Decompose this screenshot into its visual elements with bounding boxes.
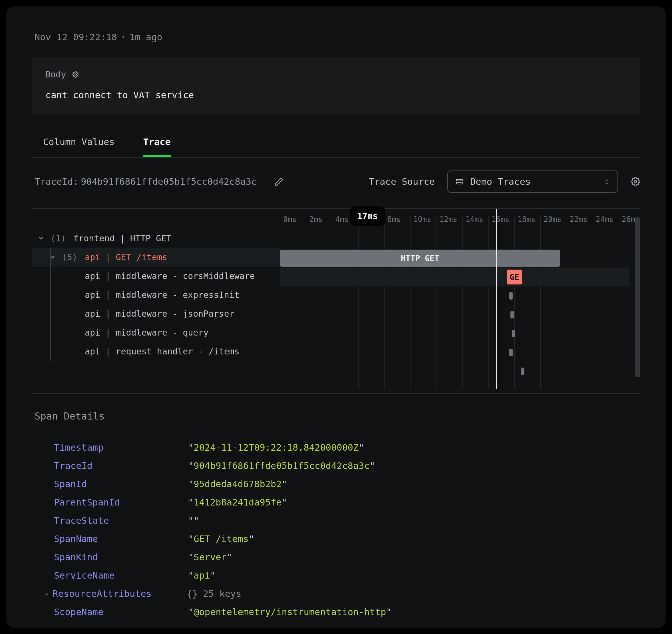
detail-row: Timestamp"2024-11-12T09:22:18.842000000Z… — [54, 438, 652, 457]
detail-row: TraceId"904b91f6861ffde05b1f5cc0d42c8a3c… — [54, 457, 652, 475]
span-bar[interactable]: GE — [507, 269, 522, 284]
span-bar[interactable] — [521, 368, 524, 375]
detail-key: ParentSpanId — [54, 497, 188, 508]
detail-value: "" — [188, 515, 199, 526]
span-row[interactable]: api | middleware - query — [32, 323, 280, 342]
tab-column-values[interactable]: Column Values — [43, 137, 115, 157]
log-body-card: Body cant connect to VAT service — [32, 57, 640, 115]
pencil-icon[interactable] — [274, 177, 284, 187]
span-bar[interactable] — [509, 349, 513, 356]
traceid-value: 904b91f6861ffde05b1f5cc0d42c8a3c — [81, 176, 257, 187]
span-row[interactable]: (1)frontend | HTTP GET — [32, 229, 280, 248]
detail-key: SpanName — [54, 534, 188, 544]
detail-key: SpanId — [54, 479, 188, 490]
span-label: api | middleware - query — [85, 328, 208, 337]
detail-value: "Server" — [188, 552, 232, 563]
trace-header-row: TraceId: 904b91f6861ffde05b1f5cc0d42c8a3… — [34, 170, 640, 193]
detail-tabs: Column Values Trace — [43, 137, 652, 157]
detail-row: SpanName"GET /items" — [54, 530, 652, 548]
time-tooltip: 17ms — [350, 207, 385, 225]
detail-value: "@opentelemetry/instrumentation-http" — [188, 607, 392, 617]
span-label: frontend | HTTP GET — [73, 233, 171, 243]
trace-source-value: Demo Traces — [470, 176, 531, 187]
detail-value: "1412b8a241da95fe" — [188, 497, 287, 508]
chevron-down-icon[interactable] — [38, 234, 45, 242]
event-timestamp: Nov 12 09:22:18 · 1m ago — [34, 32, 652, 43]
span-bar-row: HTTP GET — [280, 249, 629, 267]
span-row[interactable]: (5)api | GET /items — [32, 248, 280, 266]
tabs-underline — [32, 157, 640, 158]
tab-trace[interactable]: Trace — [143, 137, 170, 157]
timeline-playhead[interactable] — [496, 209, 497, 389]
detail-row: ParentSpanId"1412b8a241da95fe" — [54, 493, 652, 512]
trace-waterfall: (1)frontend | HTTP GET(5)api | GET /item… — [32, 209, 640, 389]
traceid-label: TraceId: — [34, 176, 78, 187]
detail-key: Timestamp — [54, 442, 188, 453]
span-row[interactable]: api | middleware - corsMiddleware — [32, 266, 280, 285]
event-timestamp-relative: 1m ago — [129, 32, 163, 43]
svg-rect-1 — [456, 179, 462, 181]
detail-key: ScopeName — [54, 607, 188, 617]
log-body-message: cant connect to VAT service — [45, 90, 627, 100]
detail-key: TraceState — [54, 515, 188, 526]
detail-value: "api" — [188, 570, 216, 581]
detail-value: "95ddeda4d678b2b2" — [188, 479, 287, 490]
timeline-ruler: 0ms2ms4ms6ms8ms10ms12ms14ms16ms18ms20ms2… — [280, 209, 629, 229]
scrollbar[interactable] — [635, 217, 640, 377]
span-tree: (1)frontend | HTTP GET(5)api | GET /item… — [32, 209, 280, 389]
expand-caret-icon[interactable]: ▸ — [45, 590, 49, 597]
detail-key: SpanKind — [54, 552, 188, 563]
span-label: api | middleware - expressInit — [85, 290, 240, 300]
detail-key: ResourceAttributes — [52, 588, 187, 599]
trace-source-label: Trace Source — [369, 176, 435, 187]
detail-key: ServiceName — [54, 570, 188, 581]
span-bar-row: GE — [280, 267, 629, 286]
span-label: api | middleware - corsMiddleware — [85, 271, 255, 281]
span-bar[interactable] — [509, 292, 513, 300]
detail-row: SpanId"95ddeda4d678b2b2" — [54, 475, 652, 493]
span-bar-row — [280, 305, 629, 324]
gear-icon[interactable] — [631, 177, 640, 187]
span-details-title: Span Details — [34, 410, 652, 422]
separator: · — [120, 32, 126, 43]
detail-row: ScopeName"@opentelemetry/instrumentation… — [54, 603, 652, 621]
svg-point-3 — [634, 181, 637, 183]
detail-value: {}25 keys — [187, 588, 241, 599]
chevron-down-icon[interactable] — [49, 253, 56, 261]
detail-row[interactable]: ▸ResourceAttributes{}25 keys — [54, 585, 652, 603]
gear-icon[interactable] — [72, 71, 79, 78]
span-details-table: Timestamp"2024-11-12T09:22:18.842000000Z… — [54, 438, 652, 621]
trace-source-select[interactable]: Demo Traces — [447, 170, 618, 193]
detail-row: TraceState"" — [54, 512, 652, 530]
stack-icon — [455, 178, 463, 186]
detail-key: TraceId — [54, 460, 188, 471]
detail-row: SpanKind"Server" — [54, 548, 652, 566]
body-label: Body — [45, 69, 66, 79]
span-bar-row — [280, 286, 629, 305]
span-timeline: 0ms2ms4ms6ms8ms10ms12ms14ms16ms18ms20ms2… — [280, 209, 629, 389]
span-bar-row — [280, 362, 629, 381]
trace-panel: Nov 12 09:22:18 · 1m ago Body cant conne… — [6, 6, 666, 628]
detail-value: "GET /items" — [188, 534, 254, 544]
span-label: api | middleware - jsonParser — [85, 309, 234, 319]
detail-value: "904b91f6861ffde05b1f5cc0d42c8a3c" — [188, 460, 375, 471]
event-timestamp-absolute: Nov 12 09:22:18 — [34, 32, 117, 43]
span-row[interactable]: api | middleware - expressInit — [32, 285, 280, 304]
svg-rect-2 — [456, 182, 462, 184]
span-label: api | request handler - /items — [85, 346, 240, 356]
span-bar[interactable] — [510, 311, 514, 319]
span-bar[interactable]: HTTP GET — [280, 250, 560, 267]
span-bar-row — [280, 324, 629, 343]
detail-row: ServiceName"api" — [54, 566, 652, 585]
span-row[interactable]: api | middleware - jsonParser — [32, 304, 280, 323]
span-label: api | GET /items — [85, 252, 167, 262]
span-row[interactable]: api | request handler - /items — [32, 342, 280, 361]
span-bar-row — [280, 343, 629, 362]
select-chevron-icon — [604, 178, 610, 186]
svg-point-0 — [75, 74, 76, 75]
span-child-count: (1) — [50, 233, 66, 243]
span-bar[interactable] — [512, 330, 515, 337]
detail-value: "2024-11-12T09:22:18.842000000Z" — [188, 442, 364, 453]
span-child-count: (5) — [62, 252, 77, 262]
